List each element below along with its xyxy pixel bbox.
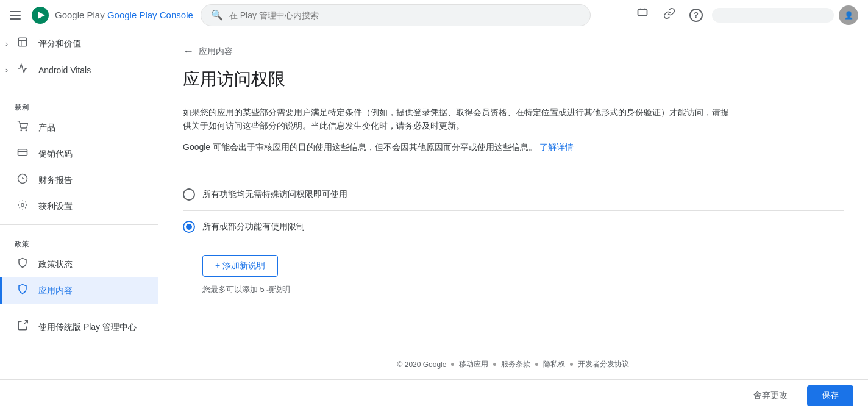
svg-rect-6 [18,149,27,156]
sidebar-item-products[interactable]: 产品 [0,115,158,141]
promo-codes-icon [16,147,29,161]
products-icon [16,121,29,135]
avatar: 👤 [844,11,853,20]
save-button[interactable]: 保存 [807,385,853,406]
logo-area: Google Play Google Play Console [30,5,193,25]
description-text-2: Google 可能会出于审核应用的目的使用这些信息，但不会因其他原因而分享或使用… [183,140,731,154]
search-bar[interactable]: 🔍 [201,4,591,26]
sidebar-item-app-content[interactable]: 应用内容 [0,277,158,304]
sidebar-section-policy: 政策 [0,230,158,251]
footer-dot-1 [451,363,454,366]
breadcrumb-back-arrow[interactable]: ← [183,45,194,58]
header: Google Play Google Play Console 🔍 [0,0,868,30]
sidebar-divider-3 [0,309,158,309]
main-layout: › 评分和价值 › Android Vitals 获利 产品 [0,30,868,379]
sidebar: › 评分和价值 › Android Vitals 获利 产品 [0,30,158,379]
header-right: ? 👤 [631,4,858,26]
search-input[interactable] [229,10,580,20]
top-search-input[interactable] [712,8,834,23]
discard-changes-button[interactable]: 舍弃更改 [744,385,797,406]
app-title: Google Play Google Play Console [55,10,193,20]
sidebar-item-ratings-label: 评分和价值 [38,38,81,49]
header-left: Google Play Google Play Console [10,5,193,25]
svg-point-5 [26,130,27,131]
page-title: 应用访问权限 [183,68,844,91]
sidebar-item-monetization-settings-label: 获利设置 [38,201,73,212]
svg-point-4 [21,130,22,131]
android-vitals-icon [16,63,29,77]
content-inner: ← 应用内容 应用访问权限 如果您的应用的某些部分需要用户满足特定条件（例如，提… [158,30,868,349]
breadcrumb: ← 应用内容 [183,45,844,58]
radio-label-1: 所有功能均无需特殊访问权限即可使用 [202,189,347,200]
footer-dot-3 [535,363,538,366]
bottom-action-bar: 舍弃更改 保存 [0,379,868,411]
sidebar-section-monetization: 获利 [0,93,158,115]
svg-point-10 [21,204,24,207]
ratings-icon [16,37,29,51]
account-button[interactable]: 👤 [839,5,858,25]
sidebar-item-promo-codes[interactable]: 促销代码 [0,141,158,167]
sidebar-item-legacy[interactable]: 使用传统版 Play 管理中心 [0,314,158,340]
section-divider-1 [183,166,844,166]
sidebar-item-legacy-label: 使用传统版 Play 管理中心 [38,322,137,333]
search-icon: 🔍 [211,9,223,21]
help-button[interactable]: ? [685,4,707,26]
link-icon [663,7,675,23]
footer-link-terms[interactable]: 服务条款 [501,359,530,370]
footer-dot-4 [570,363,573,366]
link-button[interactable] [658,4,680,26]
sidebar-item-promo-codes-label: 促销代码 [38,149,73,160]
description-text-1: 如果您的应用的某些部分需要用户满足特定条件（例如，提供登录凭据、取得会员资格、在… [183,105,731,133]
radio-btn-1[interactable] [183,188,195,201]
sidebar-divider-1 [0,88,158,88]
radio-label-2: 所有或部分功能有使用限制 [202,221,305,232]
sidebar-item-android-vitals-label: Android Vitals [38,65,91,75]
app-title-console: Google Play Console [107,10,193,20]
sidebar-item-financial-reports[interactable]: 财务报告 [0,167,158,193]
sidebar-item-products-label: 产品 [38,123,55,134]
radio-btn-2[interactable] [183,221,195,233]
svg-rect-3 [18,38,27,46]
chevron-icon: › [5,40,8,48]
app-content-icon [16,284,29,298]
radio-option-1[interactable]: 所有功能均无需特殊访问权限即可使用 [183,179,844,211]
menu-icon[interactable] [10,8,24,23]
content-area: ← 应用内容 应用访问权限 如果您的应用的某些部分需要用户满足特定条件（例如，提… [158,30,868,379]
description-2-text: Google 可能会出于审核应用的目的使用这些信息，但不会因其他原因而分享或使用… [183,142,537,152]
financial-reports-icon [16,173,29,187]
footer-link-mobile[interactable]: 移动应用 [459,359,488,370]
footer-copyright: © 2020 Google [397,360,447,369]
radio-option-2[interactable]: 所有或部分功能有使用限制 [183,211,844,243]
add-description-button[interactable]: + 添加新说明 [202,255,278,277]
notification-button[interactable] [631,4,653,26]
sidebar-item-monetization-settings[interactable]: 获利设置 [0,193,158,220]
monetization-settings-icon [16,199,29,213]
chevron-icon-vitals: › [5,66,8,74]
sidebar-item-policy-status-label: 政策状态 [38,259,73,270]
policy-status-icon [16,257,29,271]
notification-icon [636,7,649,23]
sidebar-item-app-content-label: 应用内容 [38,285,73,296]
sidebar-item-financial-reports-label: 财务报告 [38,175,73,186]
footer-link-privacy[interactable]: 隐私权 [543,359,565,370]
legacy-icon [16,320,29,334]
footer-dot-2 [493,363,496,366]
sidebar-item-android-vitals[interactable]: › Android Vitals [0,57,158,83]
sidebar-item-policy-status[interactable]: 政策状态 [0,251,158,277]
hint-text: 您最多可以添加 5 项说明 [202,284,844,295]
svg-line-11 [24,321,27,324]
help-icon: ? [689,9,703,22]
svg-rect-2 [638,9,647,15]
breadcrumb-link[interactable]: 应用内容 [199,46,233,57]
learn-more-link[interactable]: 了解详情 [539,142,574,152]
footer-link-developer-agreement[interactable]: 开发者分发协议 [578,359,629,370]
play-logo-icon [30,5,50,25]
content-footer: © 2020 Google 移动应用 服务条款 隐私权 开发者分发协议 [158,349,868,379]
sidebar-divider-2 [0,224,158,225]
sidebar-item-ratings[interactable]: › 评分和价值 [0,30,158,57]
